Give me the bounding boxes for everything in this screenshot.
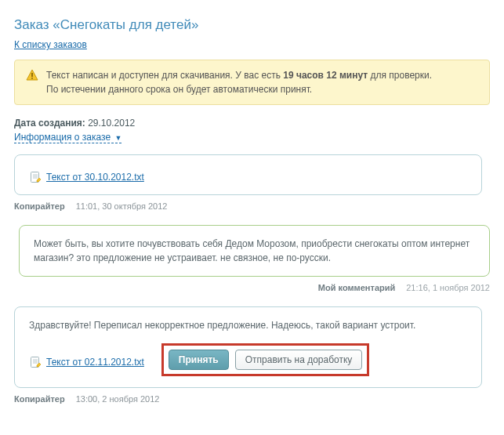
created-date: Дата создания: 29.10.2012	[14, 118, 490, 129]
timestamp: 13:00, 2 ноября 2012	[76, 394, 160, 404]
attachment-link[interactable]: Текст от 30.10.2012.txt	[46, 172, 144, 183]
message-bubble: Текст от 30.10.2012.txt	[14, 154, 482, 195]
notice-banner: Текст написан и доступен для скачивания.…	[14, 60, 490, 105]
svg-rect-2	[31, 78, 33, 79]
order-info-toggle[interactable]: Информация о заказе ▼	[14, 132, 121, 143]
send-for-rework-button[interactable]: Отправить на доработку	[235, 350, 363, 370]
notice-pre: Текст написан и доступен для скачивания.…	[46, 70, 283, 81]
author-role: Копирайтер	[14, 201, 65, 211]
attachment-row: Текст от 02.11.2012.txt	[29, 356, 144, 368]
accept-button[interactable]: Принять	[169, 350, 229, 370]
attachment-link[interactable]: Текст от 02.11.2012.txt	[46, 357, 144, 368]
notice-duration: 19 часов 12 минут	[283, 70, 368, 81]
author-role: Копирайтер	[14, 394, 65, 404]
attachment-row: Текст от 30.10.2012.txt	[29, 171, 467, 183]
message-text: Может быть, вы хотите почувствовать себя…	[34, 237, 475, 265]
timestamp: 11:01, 30 октября 2012	[76, 201, 168, 211]
order-info-label: Информация о заказе	[14, 132, 111, 143]
page-title: Заказ «Снегокаты для детей»	[14, 17, 490, 33]
back-to-list-link[interactable]: К списку заказов	[14, 39, 87, 50]
message-footer: Копирайтер 11:01, 30 октября 2012	[14, 201, 490, 211]
message-bubble: Здравствуйте! Переписал некорректное пре…	[14, 306, 482, 388]
warning-icon	[26, 69, 38, 82]
created-value: 29.10.2012	[88, 118, 135, 129]
author-role: Мой комментарий	[318, 283, 395, 292]
message-footer: Копирайтер 13:00, 2 ноября 2012	[14, 394, 490, 404]
message-bubble: Может быть, вы хотите почувствовать себя…	[19, 225, 490, 277]
document-icon	[29, 171, 42, 183]
svg-rect-1	[31, 73, 33, 77]
timestamp: 21:16, 1 ноября 2012	[406, 283, 490, 292]
message-footer: Мой комментарий 21:16, 1 ноября 2012	[14, 283, 490, 292]
notice-text: Текст написан и доступен для скачивания.…	[46, 68, 432, 96]
action-highlight: Принять Отправить на доработку	[161, 343, 370, 376]
document-icon	[29, 356, 42, 368]
notice-post: для проверки.	[368, 70, 432, 81]
chevron-down-icon: ▼	[114, 134, 121, 142]
message-text: Здравствуйте! Переписал некорректное пре…	[29, 318, 467, 332]
created-label: Дата создания:	[14, 118, 85, 129]
notice-line2: По истечении данного срока он будет авто…	[46, 84, 312, 95]
